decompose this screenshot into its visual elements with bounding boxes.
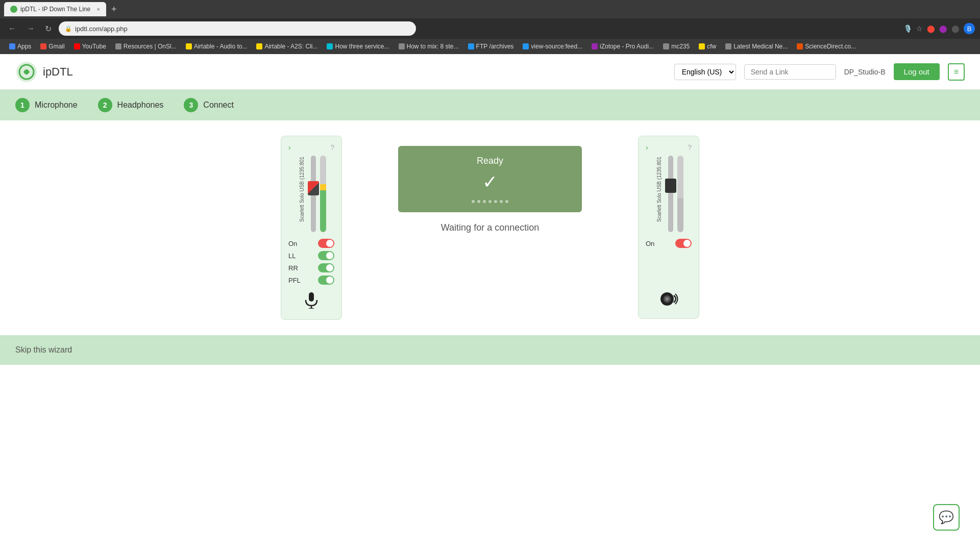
hp-fader-handle[interactable]: [665, 179, 676, 193]
lock-icon: 🔒: [65, 26, 72, 32]
waiting-text: Waiting for a connection: [441, 222, 539, 233]
hp-on-knob: [683, 240, 691, 247]
bookmark-gmail[interactable]: Gmail: [36, 42, 68, 51]
profile-icon[interactable]: B: [964, 23, 975, 34]
bookmark-label-gmail: Gmail: [48, 43, 64, 50]
chat-bubble-button[interactable]: 💬: [933, 504, 960, 531]
svg-rect-2: [309, 292, 314, 302]
language-select[interactable]: English (US): [674, 64, 736, 80]
wizard-step-1[interactable]: 1 Microphone: [15, 98, 78, 112]
bookmark-favicon-mc235: [663, 43, 669, 49]
extension-icon-2[interactable]: ⬤: [939, 24, 947, 33]
mic-ll-toggle-row: LL: [288, 251, 334, 260]
bookmark-mc235[interactable]: mc235: [659, 42, 694, 51]
mic-rr-knob: [326, 264, 333, 271]
hp-meter-track: [677, 156, 683, 232]
dot-4: [488, 200, 492, 203]
mic-ll-toggle[interactable]: [318, 251, 334, 260]
mic-pfl-toggle[interactable]: [318, 276, 334, 285]
mic-fader-track[interactable]: [310, 156, 317, 232]
ready-box: Ready ✓: [398, 146, 582, 212]
refresh-button[interactable]: ↻: [42, 22, 55, 36]
chat-icon: 💬: [939, 510, 954, 524]
bookmark-apps[interactable]: Apps: [5, 42, 35, 51]
step-2-circle: 2: [98, 98, 112, 112]
mic-meter-fill: [320, 190, 326, 233]
send-link-input[interactable]: [744, 64, 836, 80]
bookmark-favicon-how-to-mix: [399, 43, 405, 49]
extension-icon-3[interactable]: ⬤: [951, 24, 960, 33]
forward-button[interactable]: →: [23, 22, 38, 35]
mic-on-label: On: [288, 240, 297, 247]
wizard-steps-bar: 1 Microphone 2 Headphones 3 Connect: [0, 90, 980, 120]
mic-ll-knob: [326, 252, 333, 259]
bookmark-label-three-service: How three service...: [335, 43, 389, 50]
hp-on-label: On: [646, 240, 654, 247]
bookmark-favicon-ftp: [468, 43, 474, 49]
back-button[interactable]: ←: [5, 22, 19, 35]
bookmark-sciencedirect[interactable]: ScienceDirect.co...: [793, 42, 860, 51]
bookmark-label-mc235: mc235: [671, 43, 690, 50]
mic-on-knob: [326, 240, 333, 247]
mic-fader-handle[interactable]: [308, 181, 319, 195]
tab-close-button[interactable]: ×: [97, 6, 100, 12]
step-1-circle: 1: [15, 98, 30, 112]
active-tab[interactable]: ipDTL - IP Down The Line ×: [4, 2, 106, 16]
address-bar[interactable]: 🔒 ipdtl.com/app.php: [59, 21, 416, 36]
hp-expand-arrow[interactable]: ›: [646, 143, 648, 152]
bookmark-airtable2[interactable]: Airtable - A2S: Cli...: [252, 42, 322, 51]
dot-7: [505, 200, 508, 203]
mic-ll-label: LL: [288, 252, 296, 260]
logout-button[interactable]: Log out: [894, 63, 940, 80]
mic-nav-icon[interactable]: 🎙️: [903, 24, 912, 33]
bookmark-youtube[interactable]: YouTube: [70, 42, 110, 51]
bookmark-star-icon[interactable]: ☆: [916, 24, 923, 33]
bookmark-label-airtable2: Airtable - A2S: Cli...: [264, 43, 317, 50]
mic-pfl-label: PFL: [288, 277, 301, 284]
browser-chrome: ipDTL - IP Down The Line × + ← → ↻ 🔒 ipd…: [0, 0, 980, 54]
hp-on-toggle[interactable]: [675, 239, 692, 248]
hp-fader-track[interactable]: [667, 156, 674, 232]
bookmark-three-service[interactable]: How three service...: [323, 42, 393, 51]
bookmark-label-sciencedirect: ScienceDirect.co...: [805, 43, 856, 50]
mic-pfl-knob: [326, 277, 333, 284]
bookmark-airtable1[interactable]: Airtable - Audio to...: [182, 42, 252, 51]
mic-on-toggle[interactable]: [318, 239, 334, 248]
tab-favicon: [10, 6, 17, 13]
bookmark-medical[interactable]: Latest Medical Ne...: [721, 42, 792, 51]
mic-expand-arrow[interactable]: ›: [288, 143, 291, 152]
mic-help-icon[interactable]: ?: [330, 143, 334, 152]
bookmark-view-source[interactable]: view-source:feed...: [519, 42, 586, 51]
bookmark-favicon-medical: [725, 43, 731, 49]
hp-meter-fill: [677, 198, 683, 233]
hp-help-icon[interactable]: ?: [688, 143, 692, 152]
dot-5: [494, 200, 497, 203]
bookmark-izotope[interactable]: iZotope - Pro Audi...: [587, 42, 658, 51]
new-tab-button[interactable]: +: [108, 4, 120, 15]
mic-rr-toggle[interactable]: [318, 263, 334, 272]
mic-meter-yellow: [320, 184, 326, 190]
bookmark-resources[interactable]: Resources | OnSl...: [111, 42, 181, 51]
mic-rr-label: RR: [288, 264, 298, 272]
nav-right: 🎙️ ☆ ⬤ ⬤ ⬤ B: [903, 23, 975, 34]
bookmark-favicon-cfw: [699, 43, 705, 49]
wizard-step-2[interactable]: 2 Headphones: [98, 98, 164, 112]
channel-top-hp: › ?: [646, 143, 692, 152]
bookmark-label-how-to-mix: How to mix: 8 ste...: [407, 43, 459, 50]
logo-text: ipDTL: [43, 65, 73, 79]
step-3-label: Connect: [203, 101, 234, 110]
bookmarks-bar: Apps Gmail YouTube Resources | OnSl... A…: [0, 39, 980, 54]
step-1-number: 1: [20, 101, 24, 109]
hp-fader-area: Scarlett Solo USB (1235:801: [654, 156, 683, 232]
dot-6: [500, 200, 503, 203]
bookmark-ftp[interactable]: FTP /archives: [464, 42, 518, 51]
extension-icon-1[interactable]: ⬤: [927, 24, 935, 33]
mic-icon: [303, 291, 320, 312]
bookmark-how-to-mix[interactable]: How to mix: 8 ste...: [395, 42, 463, 51]
menu-button[interactable]: ≡: [948, 63, 965, 81]
bookmark-cfw[interactable]: cfw: [695, 42, 720, 51]
bookmark-label-izotope: iZotope - Pro Audi...: [600, 43, 654, 50]
skip-wizard-link[interactable]: Skip this wizard: [15, 345, 72, 355]
wizard-step-3[interactable]: 3 Connect: [184, 98, 234, 112]
tab-bar: ipDTL - IP Down The Line × +: [0, 0, 980, 18]
